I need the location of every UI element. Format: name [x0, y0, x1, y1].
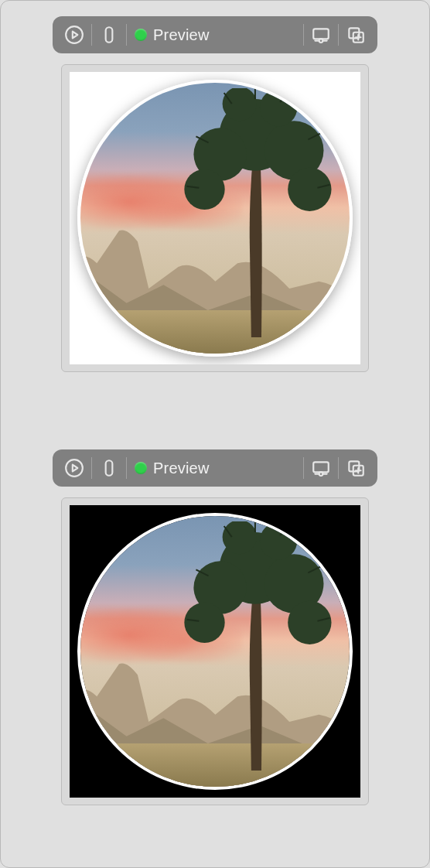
device-icon	[99, 458, 119, 478]
device-selector-button[interactable]	[92, 19, 126, 50]
device-selector-button[interactable]	[92, 453, 126, 484]
duplicate-icon	[346, 25, 366, 45]
landscape-scene	[80, 83, 350, 354]
preview-canvas-light[interactable]	[70, 72, 360, 364]
display-settings-icon	[311, 25, 331, 45]
canvas-frame	[61, 497, 369, 805]
preview-canvas-dark[interactable]	[70, 505, 360, 798]
preview-toolbar: Preview	[53, 16, 377, 53]
duplicate-preview-button[interactable]	[339, 453, 373, 484]
duplicate-icon	[346, 458, 366, 478]
display-settings-button[interactable]	[304, 453, 338, 484]
status-dot-icon	[135, 29, 147, 41]
circular-image-mask	[77, 80, 353, 357]
device-icon	[99, 25, 119, 45]
duplicate-preview-button[interactable]	[339, 19, 373, 50]
status-dot-icon	[135, 462, 147, 474]
display-settings-button[interactable]	[304, 19, 338, 50]
circular-image-mask	[77, 513, 353, 790]
preview-block-1: Preview	[13, 16, 417, 372]
preview-label: Preview	[153, 460, 210, 477]
preview-status-button[interactable]: Preview	[127, 19, 220, 50]
run-button[interactable]	[57, 453, 91, 484]
preview-status-button[interactable]: Preview	[127, 453, 220, 484]
landscape-scene	[80, 516, 350, 787]
run-button[interactable]	[57, 19, 91, 50]
preview-toolbar: Preview	[53, 449, 377, 487]
preview-block-2: Preview	[13, 449, 417, 805]
main-tree	[177, 88, 333, 337]
preview-label: Preview	[153, 26, 210, 44]
play-icon	[64, 25, 84, 45]
canvas-frame	[61, 64, 369, 372]
display-settings-icon	[311, 458, 331, 478]
main-tree	[177, 521, 333, 771]
play-icon	[64, 458, 84, 478]
